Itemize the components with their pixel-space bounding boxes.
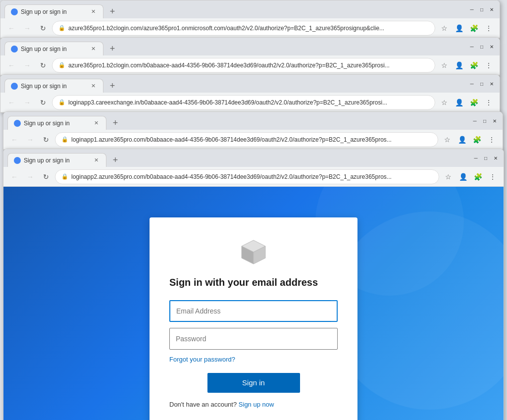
- menu-icon-1[interactable]: ⋮: [482, 21, 496, 35]
- back-btn-3[interactable]: ←: [4, 96, 18, 109]
- tab-title-2: Sign up or sign in: [21, 46, 86, 52]
- close-btn-3[interactable]: ✕: [488, 80, 496, 88]
- forward-btn-5[interactable]: →: [23, 170, 37, 184]
- tab-1[interactable]: Sign up or sign in ✕: [4, 4, 103, 18]
- refresh-btn-5[interactable]: ↻: [39, 170, 53, 184]
- address-bar-5[interactable]: 🔒 loginapp2.azure365pro.com/b0abaace-aad…: [55, 169, 439, 184]
- tab-close-4[interactable]: ✕: [92, 119, 100, 127]
- window-controls-3: ─ □ ✕: [468, 80, 496, 88]
- signup-link[interactable]: Sign up now: [239, 401, 274, 408]
- forward-btn-1[interactable]: →: [20, 21, 34, 35]
- refresh-btn-3[interactable]: ↻: [36, 96, 50, 109]
- tab-strip-4: Sign up or sign in ✕ +: [7, 112, 467, 130]
- tab-3[interactable]: Sign up or sign in ✕: [4, 79, 103, 93]
- tab-title-1: Sign up or sign in: [21, 8, 86, 15]
- url-text-2: azure365pro1.b2clogin.com/b0abaace-aad4-…: [68, 62, 429, 69]
- refresh-btn-2[interactable]: ↻: [36, 58, 50, 72]
- tab-strip-5: Sign up or sign in ✕ +: [7, 149, 468, 167]
- new-tab-btn-4[interactable]: +: [108, 116, 122, 130]
- extensions-icon-4[interactable]: 🧩: [470, 133, 484, 147]
- forward-btn-2[interactable]: →: [20, 58, 34, 72]
- signup-row: Don't have an account? Sign up now: [169, 401, 338, 408]
- tab-close-2[interactable]: ✕: [89, 45, 97, 53]
- back-btn-5[interactable]: ←: [7, 170, 21, 184]
- bookmark-icon-4[interactable]: ☆: [440, 133, 454, 147]
- lock-icon-5: 🔒: [61, 173, 68, 180]
- back-btn-4[interactable]: ←: [7, 133, 21, 147]
- profile-icon-5[interactable]: 👤: [456, 170, 470, 184]
- cube-logo: [239, 237, 268, 267]
- maximize-btn-3[interactable]: □: [478, 80, 486, 88]
- minimize-btn-4[interactable]: ─: [471, 117, 479, 125]
- tab-close-1[interactable]: ✕: [89, 8, 97, 16]
- minimize-btn-1[interactable]: ─: [468, 5, 476, 13]
- menu-icon-2[interactable]: ⋮: [482, 58, 496, 72]
- back-btn-1[interactable]: ←: [4, 21, 18, 35]
- bookmark-icon-3[interactable]: ☆: [437, 96, 451, 109]
- forgot-password-link[interactable]: Forgot your password?: [169, 356, 338, 363]
- tab-strip-1: Sign up or sign in ✕ +: [4, 0, 464, 18]
- toolbar-actions-1: ☆ 👤 🧩 ⋮: [437, 21, 496, 35]
- refresh-btn-4[interactable]: ↻: [39, 133, 53, 147]
- browser-window-2: Sign up or sign in ✕ + ─ □ ✕ ← → ↻ 🔒 azu…: [0, 37, 500, 76]
- password-input[interactable]: [169, 328, 338, 350]
- tab-favicon-5: [14, 157, 21, 164]
- cube-svg: [239, 237, 268, 267]
- bookmark-icon-2[interactable]: ☆: [437, 58, 451, 72]
- url-text-4: loginapp1.azure365pro.com/b0abaace-aad4-…: [71, 136, 432, 143]
- tab-2[interactable]: Sign up or sign in ✕: [4, 42, 103, 55]
- tab-favicon-3: [11, 83, 18, 90]
- address-bar-4[interactable]: 🔒 loginapp1.azure365pro.com/b0abaace-aad…: [55, 132, 438, 147]
- menu-icon-3[interactable]: ⋮: [482, 96, 496, 109]
- profile-icon-3[interactable]: 👤: [452, 96, 466, 109]
- profile-icon-1[interactable]: 👤: [452, 21, 466, 35]
- close-btn-2[interactable]: ✕: [488, 43, 496, 51]
- new-tab-btn-1[interactable]: +: [105, 4, 119, 18]
- title-bar-5: Sign up or sign in ✕ + ─ □ ✕: [3, 149, 504, 167]
- minimize-btn-5[interactable]: ─: [472, 154, 480, 162]
- close-btn-1[interactable]: ✕: [488, 5, 496, 13]
- menu-icon-5[interactable]: ⋮: [486, 170, 500, 184]
- address-bar-1[interactable]: 🔒 azure365pro1.b2clogin.com/azure365pro1…: [52, 21, 435, 36]
- bookmark-icon-1[interactable]: ☆: [437, 21, 451, 35]
- lock-icon-1: 🔒: [58, 25, 65, 31]
- tab-4[interactable]: Sign up or sign in ✕: [7, 116, 106, 130]
- title-bar-3: Sign up or sign in ✕ + ─ □ ✕: [0, 75, 500, 93]
- extensions-icon-1[interactable]: 🧩: [467, 21, 481, 35]
- address-bar-2[interactable]: 🔒 azure365pro1.b2clogin.com/b0abaace-aad…: [52, 58, 435, 73]
- close-btn-5[interactable]: ✕: [492, 154, 500, 162]
- browser-window-1: Sign up or sign in ✕ + ─ □ ✕ ← → ↻ 🔒 azu…: [0, 0, 500, 39]
- minimize-btn-3[interactable]: ─: [468, 80, 476, 88]
- menu-icon-4[interactable]: ⋮: [485, 133, 499, 147]
- refresh-btn-1[interactable]: ↻: [36, 21, 50, 35]
- bookmark-icon-5[interactable]: ☆: [441, 170, 455, 184]
- new-tab-btn-5[interactable]: +: [108, 153, 122, 167]
- maximize-btn-2[interactable]: □: [478, 43, 486, 51]
- profile-icon-4[interactable]: 👤: [455, 133, 469, 147]
- tab-5[interactable]: Sign up or sign in ✕: [7, 153, 106, 167]
- new-tab-btn-2[interactable]: +: [105, 42, 119, 55]
- address-bar-3[interactable]: 🔒 loginapp3.careexchange.in/b0abaace-aad…: [52, 95, 435, 110]
- forward-btn-3[interactable]: →: [20, 96, 34, 109]
- profile-icon-2[interactable]: 👤: [452, 58, 466, 72]
- email-input[interactable]: [169, 300, 338, 322]
- forward-btn-4[interactable]: →: [23, 133, 37, 147]
- tab-favicon-2: [11, 46, 18, 52]
- extensions-icon-2[interactable]: 🧩: [467, 58, 481, 72]
- tab-close-5[interactable]: ✕: [92, 157, 100, 164]
- back-btn-2[interactable]: ←: [4, 58, 18, 72]
- new-tab-btn-3[interactable]: +: [105, 79, 119, 93]
- tab-close-3[interactable]: ✕: [89, 82, 97, 90]
- toolbar-4: ← → ↻ 🔒 loginapp1.azure365pro.com/b0abaa…: [3, 130, 503, 150]
- maximize-btn-1[interactable]: □: [478, 5, 486, 13]
- maximize-btn-5[interactable]: □: [482, 154, 490, 162]
- extensions-icon-5[interactable]: 🧩: [471, 170, 485, 184]
- toolbar-actions-2: ☆ 👤 🧩 ⋮: [437, 58, 496, 72]
- extensions-icon-3[interactable]: 🧩: [467, 96, 481, 109]
- maximize-btn-4[interactable]: □: [481, 117, 489, 125]
- signin-button[interactable]: Sign in: [207, 373, 300, 393]
- minimize-btn-2[interactable]: ─: [468, 43, 476, 51]
- title-bar-1: Sign up or sign in ✕ + ─ □ ✕: [0, 0, 500, 18]
- close-btn-4[interactable]: ✕: [491, 117, 499, 125]
- page-content: Sign in with your email address Forgot y…: [3, 187, 504, 420]
